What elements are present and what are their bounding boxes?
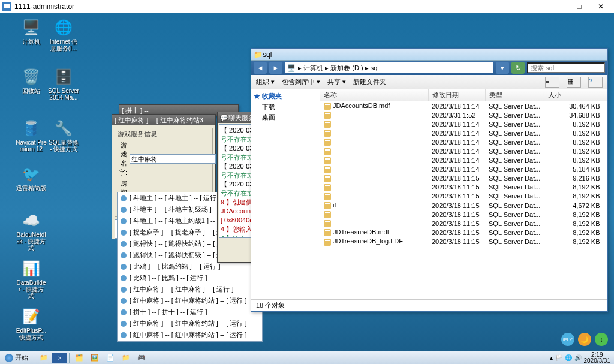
start-button[interactable]: 开始 xyxy=(1,353,32,363)
rdp-minimize[interactable]: — xyxy=(547,1,568,13)
desktop-icon-sqlrepl[interactable]: 🔧SQL量替换 - 快捷方式 xyxy=(48,119,79,152)
game-name-input[interactable] xyxy=(130,154,216,164)
game-name-label: 游戏名字: xyxy=(119,141,127,177)
game-icon xyxy=(120,332,127,339)
db-file-icon xyxy=(324,239,331,246)
svg-rect-44 xyxy=(325,230,330,231)
svg-rect-26 xyxy=(325,149,330,151)
toolbar-newfolder[interactable]: 新建文件夹 xyxy=(353,77,386,86)
col-date[interactable]: 修改日期 xyxy=(428,89,485,101)
task-item-4[interactable]: 📁 xyxy=(119,353,133,363)
desktop-icon-recycle[interactable]: 🗑️回收站 xyxy=(16,67,47,94)
task-item-1[interactable]: 🗂️ xyxy=(72,353,86,363)
svg-rect-37 xyxy=(324,202,331,209)
toolbar-include[interactable]: 包含到库中 ▾ xyxy=(282,77,320,86)
db-file-icon xyxy=(324,229,331,236)
system-tray[interactable]: ▴ 🏳️ 🌐 🔊 2:19 2020/3/31 xyxy=(547,352,613,364)
explorer-tree[interactable]: ★ 收藏夹 下载 桌面 xyxy=(251,89,320,299)
game-icon xyxy=(120,206,127,213)
desktop-icon-baidu[interactable]: ☁️BaiduNetdisk - 快捷方式 xyxy=(16,211,47,251)
navicat-icon: 🛢️ xyxy=(22,119,41,138)
file-row[interactable]: 2020/3/18 11:14SQL Server Dat...8,192 KB xyxy=(320,128,607,137)
game-icon xyxy=(120,275,127,282)
game-icon xyxy=(120,286,127,293)
nav-go[interactable]: ↻ xyxy=(511,62,525,74)
nav-back[interactable]: ◄ xyxy=(254,62,267,74)
desktop-icon-computer[interactable]: 🖥️计算机 xyxy=(16,18,47,45)
ifly-widget[interactable]: iFLY xyxy=(561,333,574,346)
explorer-titlebar[interactable]: 📁 sql xyxy=(251,49,607,61)
svg-rect-29 xyxy=(324,166,331,173)
svg-rect-28 xyxy=(325,158,330,160)
tree-desktop[interactable]: 桌面 xyxy=(254,112,317,122)
tray-vol-icon[interactable]: 🔊 xyxy=(574,354,582,361)
file-row[interactable]: 2020/3/18 11:15SQL Server Dat...8,192 KB xyxy=(320,183,607,192)
col-size[interactable]: 大小 xyxy=(544,89,607,101)
file-row[interactable]: 2020/3/18 11:14SQL Server Dat...8,192 KB xyxy=(320,156,607,165)
task-item-2[interactable]: 🖼️ xyxy=(88,353,102,363)
tray-net-icon[interactable]: 🌐 xyxy=(565,354,572,361)
ql-explorer[interactable]: 📁 xyxy=(37,353,51,363)
ql-ps[interactable]: ≥ xyxy=(52,353,67,363)
tray-clock[interactable]: 2:19 2020/3/31 xyxy=(584,352,611,364)
file-row[interactable]: 2020/3/18 11:15SQL Server Dat...8,192 KB xyxy=(320,210,607,219)
svg-rect-17 xyxy=(324,112,331,119)
desktop-icon-sqlserver[interactable]: 🗄️SQL Server 2014 Ma... xyxy=(48,67,79,101)
hz-titlebar[interactable]: [ 红中麻将 ] -- [ 红中麻将约站3 xyxy=(112,115,215,125)
view-btn-1[interactable]: ≡ xyxy=(545,77,559,88)
hz-window[interactable]: [ 红中麻将 ] -- [ 红中麻将约站3 游戏服务信息: 游戏名字: 房间名称… xyxy=(112,114,216,192)
file-row[interactable]: 2020/3/31 1:52SQL Server Dat...34,688 KB xyxy=(320,110,607,119)
desktop-icon-xunlei[interactable]: 🐦迅雷精简版 xyxy=(16,164,47,191)
game-list-item[interactable]: [ 比鸡 ] -- [ 比鸡 ] -- [ 运行 ] xyxy=(118,272,262,284)
db-file-icon xyxy=(324,112,331,119)
view-btn-2[interactable]: ▦ xyxy=(567,77,581,88)
file-row[interactable]: if2020/3/18 11:15SQL Server Dat...4,672 … xyxy=(320,201,607,210)
remote-desktop[interactable]: 🖥️计算机🌐Internet 信息服务(I...🗑️回收站🗄️SQL Serve… xyxy=(0,13,614,351)
game-list-item[interactable]: [ 红中麻将 ] -- [ 红中麻将约站 ] -- [ 运行 ] xyxy=(118,295,262,306)
address-bar[interactable]: 🖥️ ▸ 计算机 ▸ 新加卷 (D:) ▸ sql xyxy=(285,62,493,73)
desktop-icon-editplus[interactable]: 📝EditPlusP... 快捷方式 xyxy=(16,307,47,341)
task-item-5[interactable]: 🎮 xyxy=(134,353,149,363)
desktop-icon-databuilder[interactable]: 📊DataBuilder - 快捷方式 xyxy=(16,259,47,299)
tray-up-icon[interactable]: ▴ xyxy=(550,354,553,361)
rdp-maximize[interactable]: □ xyxy=(568,1,590,13)
rdp-close[interactable]: ✕ xyxy=(590,1,612,13)
file-row[interactable]: JDAccountsDB.mdf2020/3/18 11:14SQL Serve… xyxy=(320,101,607,111)
file-row[interactable]: 2020/3/18 11:14SQL Server Dat...8,192 KB xyxy=(320,146,607,155)
file-row[interactable]: 2020/3/18 11:14SQL Server Dat...8,192 KB xyxy=(320,119,607,128)
tree-downloads[interactable]: 下载 xyxy=(254,102,317,112)
svg-rect-1 xyxy=(4,4,10,8)
nav-dropdown[interactable]: ▾ xyxy=(496,62,509,74)
desktop-icon-navicat[interactable]: 🛢️Navicat Premium 12 xyxy=(16,119,47,152)
col-name[interactable]: 名称 xyxy=(320,89,428,101)
explorer-window[interactable]: 📁 sql ◄ ► 🖥️ ▸ 计算机 ▸ 新加卷 (D:) ▸ sql ▾ ↻ … xyxy=(251,48,608,312)
task-item-3[interactable]: 📄 xyxy=(103,353,118,363)
game-list-item[interactable]: [ 拼十 ] -- [ 拼十 ] -- [ 运行 ] xyxy=(118,306,262,318)
game-list-item[interactable]: [ 红中麻将 ] -- [ 红中麻将约站 ] -- [ 运行 ] xyxy=(118,329,262,341)
nav-fwd[interactable]: ► xyxy=(269,62,282,74)
favorites-header[interactable]: ★ 收藏夹 xyxy=(254,92,317,101)
file-row[interactable]: 2020/3/18 11:14SQL Server Dat...8,192 KB xyxy=(320,137,607,146)
col-type[interactable]: 类型 xyxy=(485,89,544,101)
file-row[interactable]: JDTreasureDB.mdf2020/3/18 11:15SQL Serve… xyxy=(320,228,607,237)
help-btn[interactable]: ? xyxy=(588,77,603,88)
file-row[interactable]: 2020/3/18 11:15SQL Server Dat...9,216 KB xyxy=(320,174,607,183)
toolbar-organize[interactable]: 组织 ▾ xyxy=(256,77,275,86)
moon-widget[interactable]: 🌙 xyxy=(578,333,591,346)
toolbar-share[interactable]: 共享 ▾ xyxy=(327,77,346,86)
file-row[interactable]: 2020/3/18 11:14SQL Server Dat...5,184 KB xyxy=(320,165,607,174)
svg-rect-40 xyxy=(325,212,330,213)
iis-icon: 🌐 xyxy=(54,18,73,37)
file-row[interactable]: 2020/3/18 11:15SQL Server Dat...8,192 KB xyxy=(320,192,607,201)
net-widget[interactable]: ↕ xyxy=(595,333,608,346)
tray-flag-icon[interactable]: 🏳️ xyxy=(555,354,562,361)
explorer-search[interactable] xyxy=(527,62,605,73)
rdp-title: 1111-administrator xyxy=(14,2,547,11)
file-row[interactable]: JDTreasureDB_log.LDF2020/3/18 11:15SQL S… xyxy=(320,237,607,246)
svg-point-7 xyxy=(121,252,127,258)
game-list-item[interactable]: [ 红中麻将 ] -- [ 红中麻将约站 ] -- [ 运行 ] xyxy=(118,318,262,329)
desktop-icon-iis[interactable]: 🌐Internet 信息服务(I... xyxy=(48,18,79,52)
explorer-filelist[interactable]: 名称 修改日期 类型 大小 JDAccountsDB.mdf2020/3/18 … xyxy=(320,89,607,299)
file-row[interactable]: 2020/3/18 11:15SQL Server Dat...8,192 KB xyxy=(320,219,607,228)
game-list-item[interactable]: [ 红中麻将 ] -- [ 红中麻将 ] -- [ 运行 ] xyxy=(118,284,262,295)
